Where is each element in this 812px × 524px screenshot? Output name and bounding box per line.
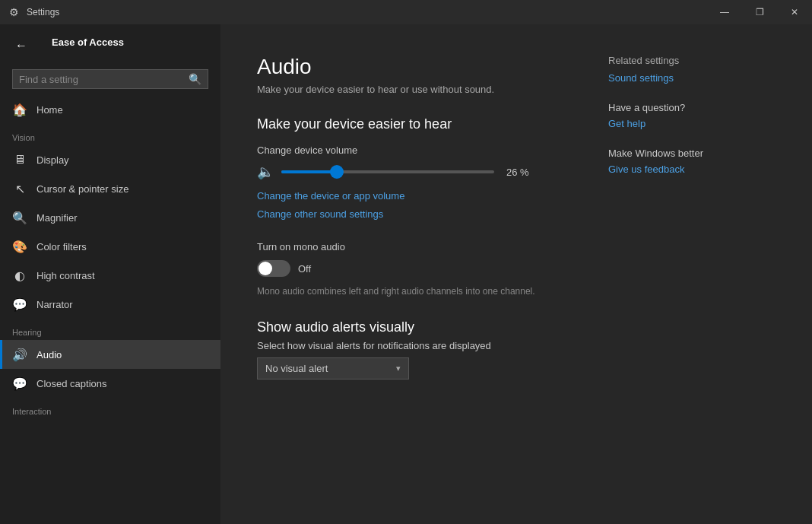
slider-thumb[interactable] <box>330 165 344 179</box>
app-body: ← Ease of Access 🔍 🏠 Home Vision 🖥 Displ… <box>0 24 812 524</box>
home-icon: 🏠 <box>12 102 27 117</box>
vision-heading: Vision <box>0 124 220 145</box>
audio-icon: 🔊 <box>12 347 27 362</box>
sidebar-nav-top: ← Ease of Access <box>0 24 220 66</box>
display-label: Display <box>36 154 69 166</box>
sidebar-item-display[interactable]: 🖥 Display <box>0 145 220 174</box>
restore-button[interactable]: ❐ <box>742 0 777 24</box>
titlebar-controls: — ❐ ✕ <box>707 0 812 24</box>
hearing-heading: Hearing <box>0 319 220 340</box>
sidebar-item-high-contrast[interactable]: ◐ High contrast <box>0 261 220 290</box>
sidebar: ← Ease of Access 🔍 🏠 Home Vision 🖥 Displ… <box>0 24 220 524</box>
sound-settings-link[interactable]: Sound settings <box>608 72 776 84</box>
get-help-link[interactable]: Get help <box>608 118 776 129</box>
page-title: Audio <box>257 55 572 79</box>
slider-track <box>281 170 494 173</box>
related-settings-title: Related settings <box>608 55 776 66</box>
sidebar-item-color-filters[interactable]: 🎨 Color filters <box>0 232 220 261</box>
change-volume-label: Change device volume <box>257 144 572 156</box>
titlebar-left: ⚙ Settings <box>9 6 59 18</box>
mono-audio-label: Turn on mono audio <box>257 241 572 252</box>
volume-row: 🔈 26 % <box>257 164 572 180</box>
color-filters-icon: 🎨 <box>12 239 27 254</box>
cursor-label: Cursor & pointer size <box>36 183 128 195</box>
content-right: Related settings Sound settings Have a q… <box>608 55 776 380</box>
toggle-knob <box>259 262 272 275</box>
change-other-sound-link[interactable]: Change other sound settings <box>257 208 383 220</box>
volume-icon: 🔈 <box>257 164 274 180</box>
volume-slider[interactable] <box>281 164 494 179</box>
visual-section: Show audio alerts visually Select how vi… <box>257 319 572 380</box>
magnifier-label: Magnifier <box>36 212 77 224</box>
sidebar-page-label: Ease of Access <box>40 33 136 57</box>
sidebar-item-cursor[interactable]: ↖ Cursor & pointer size <box>0 174 220 203</box>
home-label: Home <box>36 104 63 116</box>
sidebar-item-home[interactable]: 🏠 Home <box>0 95 220 124</box>
volume-percentage: 26 % <box>506 167 529 178</box>
content-row: Audio Make your device easier to hear or… <box>257 55 776 380</box>
interaction-heading: Interaction <box>0 398 220 419</box>
search-input[interactable] <box>19 74 182 85</box>
change-device-volume-link[interactable]: Change the device or app volume <box>257 190 404 202</box>
main-content: Audio Make your device easier to hear or… <box>220 24 812 524</box>
dropdown-value: No visual alert <box>265 363 328 374</box>
high-contrast-label: High contrast <box>36 270 95 281</box>
make-easier-title: Make your device easier to hear <box>257 116 572 132</box>
related-settings-block: Related settings Sound settings <box>608 55 776 84</box>
closed-captions-label: Closed captions <box>36 378 107 389</box>
settings-icon: ⚙ <box>9 6 19 18</box>
search-icon: 🔍 <box>189 73 201 85</box>
sidebar-item-audio[interactable]: 🔊 Audio <box>0 340 220 369</box>
high-contrast-icon: ◐ <box>12 268 27 283</box>
mono-section: Turn on mono audio Off Mono audio combin… <box>257 241 572 298</box>
cursor-icon: ↖ <box>12 181 27 196</box>
close-button[interactable]: ✕ <box>777 0 812 24</box>
toggle-state: Off <box>298 263 311 275</box>
minimize-button[interactable]: — <box>707 0 742 24</box>
mono-description: Mono audio combines left and right audio… <box>257 284 572 298</box>
make-better-block: Make Windows better Give us feedback <box>608 148 776 175</box>
titlebar-title: Settings <box>27 7 59 17</box>
narrator-icon: 💬 <box>12 297 27 312</box>
have-question-block: Have a question? Get help <box>608 102 776 129</box>
mono-toggle[interactable] <box>257 260 290 277</box>
sidebar-item-magnifier[interactable]: 🔍 Magnifier <box>0 203 220 232</box>
display-icon: 🖥 <box>12 152 27 167</box>
sidebar-item-closed-captions[interactable]: 💬 Closed captions <box>0 369 220 398</box>
search-bar[interactable]: 🔍 <box>12 69 208 89</box>
narrator-label: Narrator <box>36 299 73 310</box>
give-feedback-link[interactable]: Give us feedback <box>608 164 776 175</box>
magnifier-icon: 🔍 <box>12 210 27 225</box>
chevron-down-icon: ▾ <box>396 364 401 373</box>
visual-alert-dropdown[interactable]: No visual alert ▾ <box>257 357 409 380</box>
visual-select-label: Select how visual alerts for notificatio… <box>257 340 572 351</box>
sidebar-item-narrator[interactable]: 💬 Narrator <box>0 290 220 319</box>
visual-section-title: Show audio alerts visually <box>257 319 572 335</box>
audio-label: Audio <box>36 349 62 360</box>
slider-fill <box>281 170 337 173</box>
page-subtitle: Make your device easier to hear or use w… <box>257 84 572 95</box>
back-button[interactable]: ← <box>12 36 30 56</box>
toggle-row: Off <box>257 260 572 277</box>
have-question-title: Have a question? <box>608 102 776 113</box>
content-left: Audio Make your device easier to hear or… <box>257 55 572 380</box>
titlebar: ⚙ Settings — ❐ ✕ <box>0 0 812 24</box>
make-better-title: Make Windows better <box>608 148 776 159</box>
closed-captions-icon: 💬 <box>12 376 27 391</box>
color-filters-label: Color filters <box>36 241 87 252</box>
